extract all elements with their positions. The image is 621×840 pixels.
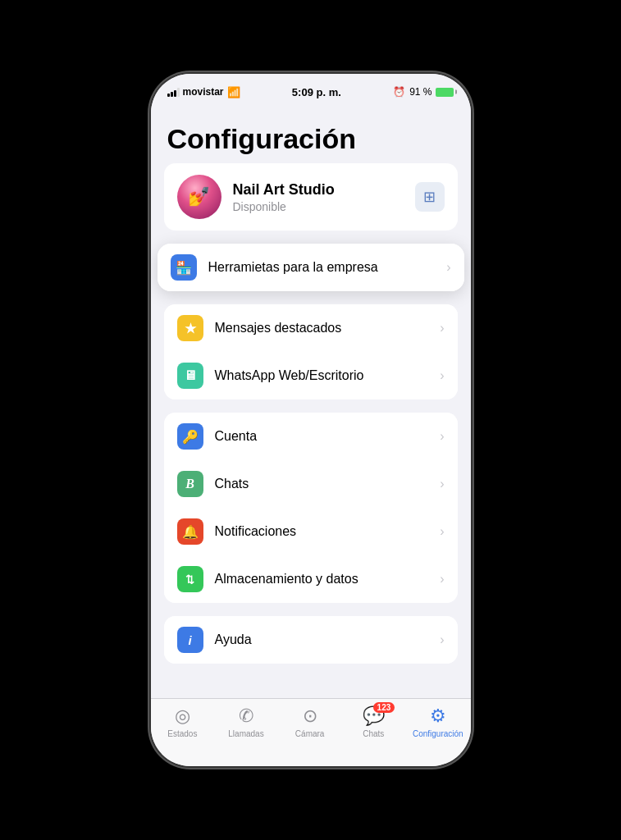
- menu-item-whatsappweb[interactable]: 🖥 WhatsApp Web/Escritorio ›: [164, 352, 458, 399]
- profile-info: Nail Art Studio Disponible: [233, 181, 335, 213]
- profile-status: Disponible: [233, 200, 335, 213]
- menu-item-ayuda[interactable]: i Ayuda ›: [164, 616, 458, 664]
- menu-item-cuenta[interactable]: 🔑 Cuenta ›: [164, 413, 458, 460]
- chevron-icon: ›: [440, 632, 444, 647]
- qr-button[interactable]: ⊞: [415, 182, 445, 212]
- profile-name: Nail Art Studio: [233, 181, 335, 199]
- mensajes-icon-wrap: ★: [177, 315, 203, 341]
- cuenta-icon: 🔑: [182, 429, 199, 445]
- carrier-label: movistar: [183, 86, 224, 98]
- mensajes-label: Mensajes destacados: [215, 321, 441, 336]
- chevron-icon: ›: [440, 321, 444, 336]
- battery-icon: [436, 88, 454, 97]
- chevron-icon: ›: [440, 477, 444, 491]
- mensajes-icon: ★: [185, 321, 196, 336]
- ayuda-icon: i: [188, 633, 191, 647]
- tab-item-camara[interactable]: ⊙ Cámara: [285, 705, 335, 738]
- herramientas-label: Herramietas para la empresa: [208, 260, 447, 275]
- chats-icon-wrap: B: [177, 471, 203, 497]
- almacenamiento-icon-wrap: ⇅: [177, 566, 203, 592]
- estados-tab-icon: ◎: [175, 705, 190, 727]
- menu-item-chats[interactable]: B Chats ›: [164, 460, 458, 508]
- section-card-2: 🔑 Cuenta › B Chats › 🔔 Notificaciones ›: [164, 413, 458, 603]
- tab-item-chats[interactable]: 123 💬 Chats: [349, 705, 398, 738]
- camara-tab-label: Cámara: [295, 729, 325, 738]
- alarm-icon: ⏰: [393, 86, 405, 98]
- tab-item-llamadas[interactable]: ✆ Llamadas: [221, 705, 271, 738]
- scroll-area: Configuración 💅 Nail Art Studio Disponib…: [151, 110, 471, 698]
- notificaciones-icon-wrap: 🔔: [177, 518, 203, 545]
- status-bar: movistar 📶 5:09 p. m. ⏰ 91 %: [151, 74, 471, 110]
- chevron-icon: ›: [440, 524, 444, 539]
- whatsappweb-icon: 🖥: [184, 368, 197, 383]
- configuracion-tab-icon: ⚙: [430, 705, 446, 727]
- chats-badge: 123: [373, 702, 395, 713]
- chats-icon: B: [185, 477, 194, 491]
- chevron-icon: ›: [440, 572, 444, 587]
- cuenta-icon-wrap: 🔑: [177, 423, 203, 450]
- tab-item-estados[interactable]: ◎ Estados: [158, 705, 207, 738]
- battery-percent: 91 %: [409, 86, 432, 98]
- whatsappweb-label: WhatsApp Web/Escritorio: [215, 368, 441, 383]
- estados-tab-label: Estados: [167, 729, 197, 738]
- tab-item-configuracion[interactable]: ⚙ Configuración: [413, 705, 463, 738]
- llamadas-tab-icon: ✆: [239, 705, 253, 727]
- qr-icon: ⊞: [423, 188, 436, 206]
- ayuda-label: Ayuda: [215, 632, 441, 647]
- page-title-section: Configuración: [151, 110, 471, 163]
- menu-item-almacenamiento[interactable]: ⇅ Almacenamiento y datos ›: [164, 555, 458, 603]
- avatar-image: 💅: [177, 175, 221, 219]
- chats-tab-label: Chats: [363, 729, 384, 738]
- section-card-3: i Ayuda ›: [164, 616, 458, 664]
- tab-bar: ◎ Estados ✆ Llamadas ⊙ Cámara 123 💬 Chat…: [151, 698, 471, 766]
- chevron-icon: ›: [446, 260, 450, 275]
- page-title: Configuración: [167, 123, 454, 155]
- herramientas-icon-wrap: 🏪: [171, 254, 197, 281]
- status-right: ⏰ 91 %: [393, 86, 454, 98]
- herramientas-icon: 🏪: [176, 260, 192, 276]
- chevron-icon: ›: [440, 368, 444, 383]
- cuenta-label: Cuenta: [215, 429, 441, 444]
- chats-label: Chats: [215, 477, 441, 491]
- menu-item-mensajes[interactable]: ★ Mensajes destacados ›: [164, 304, 458, 352]
- whatsappweb-icon-wrap: 🖥: [177, 363, 203, 389]
- ayuda-icon-wrap: i: [177, 627, 203, 653]
- menu-item-notificaciones[interactable]: 🔔 Notificaciones ›: [164, 508, 458, 555]
- almacenamiento-label: Almacenamiento y datos: [215, 572, 441, 587]
- configuracion-tab-label: Configuración: [413, 729, 463, 738]
- camara-tab-icon: ⊙: [303, 705, 317, 727]
- herramientas-section: 🏪 Herramietas para la empresa ›: [158, 244, 464, 291]
- notificaciones-icon: 🔔: [182, 524, 199, 540]
- notificaciones-label: Notificaciones: [215, 524, 441, 539]
- signal-bars-icon: [167, 87, 180, 97]
- phone-frame: movistar 📶 5:09 p. m. ⏰ 91 % Configuraci…: [151, 74, 471, 766]
- section-card-1: ★ Mensajes destacados › 🖥 WhatsApp Web/E…: [164, 304, 458, 399]
- profile-card[interactable]: 💅 Nail Art Studio Disponible ⊞: [164, 163, 458, 231]
- profile-left: 💅 Nail Art Studio Disponible: [177, 175, 335, 219]
- menu-item-herramientas[interactable]: 🏪 Herramietas para la empresa ›: [158, 244, 464, 291]
- avatar: 💅: [177, 175, 221, 219]
- almacenamiento-icon: ⇅: [185, 573, 194, 586]
- wifi-icon: 📶: [227, 86, 240, 98]
- llamadas-tab-label: Llamadas: [228, 729, 263, 738]
- status-time: 5:09 p. m.: [292, 86, 341, 98]
- status-left: movistar 📶: [167, 86, 240, 98]
- chevron-icon: ›: [440, 429, 444, 444]
